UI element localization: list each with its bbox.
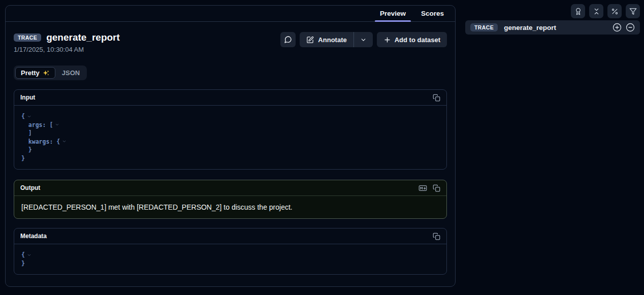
trace-type-badge: TRACE (470, 23, 498, 32)
trace-type-badge: TRACE (14, 34, 41, 42)
input-section-header: Input (14, 90, 446, 106)
add-to-dataset-label: Add to dataset (395, 36, 440, 44)
page-title: generate_report (46, 32, 120, 43)
annotate-button[interactable]: Annotate (300, 32, 353, 47)
circle-minus-icon[interactable] (626, 23, 635, 32)
tree-node-trace[interactable]: TRACE generate_report (465, 20, 640, 35)
chevron-down-icon[interactable] (27, 253, 31, 257)
square-pen-icon (306, 36, 314, 44)
trace-actions: Annotate Add to dataset (280, 32, 447, 47)
trace-header-left: TRACE generate_report 1/17/2025, 10:30:0… (14, 31, 120, 53)
input-section: Input { args: [ ] kwargs: { } } (14, 89, 447, 170)
chevron-down-icon[interactable] (62, 139, 67, 144)
output-section: Output [REDACTED_PERSON_1] met with [RED… (14, 180, 447, 219)
collapse-all-button[interactable] (589, 4, 603, 18)
percent-icon (611, 8, 619, 15)
json-line-text: args: [ (21, 121, 53, 129)
copy-icon[interactable] (433, 94, 440, 102)
comment-button[interactable] (280, 32, 296, 47)
output-section-title: Output (20, 184, 40, 191)
trace-preview-panel: Preview Scores TRACE generate_report 1/1… (5, 5, 456, 287)
copy-icon[interactable] (433, 184, 440, 192)
tab-preview-label: Preview (380, 10, 406, 17)
json-line: } (21, 259, 439, 268)
annotate-label: Annotate (318, 36, 346, 44)
filter-icon (629, 8, 637, 15)
chevron-down-icon[interactable] (27, 114, 31, 119)
view-format-toggle: Pretty JSON (14, 65, 87, 80)
json-line-text: } (21, 154, 25, 163)
toggle-pretty[interactable]: Pretty (15, 67, 55, 79)
metadata-section-header: Metadata (14, 228, 446, 244)
markdown-icon[interactable] (418, 184, 427, 192)
tab-scores-label: Scores (421, 10, 444, 17)
json-line: { (21, 112, 439, 121)
metadata-section-title: Metadata (20, 233, 47, 240)
add-to-dataset-button[interactable]: Add to dataset (377, 32, 447, 47)
tree-node-title: generate_report (504, 24, 556, 31)
output-section-header: Output (14, 180, 446, 196)
annotate-split-button: Annotate (300, 32, 372, 47)
toggle-pretty-label: Pretty (21, 69, 40, 77)
comment-icon (284, 36, 292, 44)
annotations-toggle-button[interactable] (571, 4, 585, 18)
output-text: [REDACTED_PERSON_1] met with [REDACTED_P… (14, 196, 446, 218)
fold-vertical-icon (593, 8, 600, 15)
trace-timestamp: 1/17/2025, 10:30:04 AM (14, 46, 120, 53)
award-icon (574, 8, 582, 15)
tree-toolbar (571, 4, 640, 18)
json-line: kwargs: { (21, 138, 439, 146)
input-section-title: Input (20, 94, 35, 101)
filter-button[interactable] (626, 4, 640, 18)
copy-icon[interactable] (433, 233, 440, 240)
input-json-viewer: { args: [ ] kwargs: { } } (14, 106, 446, 169)
sparkles-icon (43, 70, 50, 77)
circle-plus-icon[interactable] (613, 23, 622, 32)
tab-preview[interactable]: Preview (372, 6, 413, 21)
json-line-text: ] (21, 129, 32, 138)
json-line: } (21, 146, 439, 154)
trace-header: TRACE generate_report 1/17/2025, 10:30:0… (14, 31, 447, 53)
toggle-json-label: JSON (62, 69, 80, 77)
json-line-text: { (21, 251, 25, 259)
json-line: { (21, 251, 439, 259)
json-line: ] (21, 129, 439, 138)
chevron-down-icon[interactable] (55, 122, 59, 127)
tree-node-actions (613, 23, 635, 32)
json-line-text: } (21, 259, 25, 268)
json-line-text: kwargs: { (21, 138, 60, 146)
json-line: args: [ (21, 121, 439, 129)
chevron-down-icon (360, 37, 367, 43)
tab-bar: Preview Scores (6, 6, 455, 22)
metrics-toggle-button[interactable] (607, 4, 622, 18)
metadata-section: Metadata { } (14, 228, 447, 275)
annotate-dropdown-button[interactable] (354, 32, 373, 47)
plus-icon (383, 36, 391, 44)
json-line-text: } (21, 146, 32, 154)
metadata-json-viewer: { } (14, 244, 446, 274)
json-line: } (21, 154, 439, 163)
tab-scores[interactable]: Scores (413, 6, 452, 21)
toggle-json[interactable]: JSON (56, 67, 85, 79)
json-line-text: { (21, 112, 25, 121)
